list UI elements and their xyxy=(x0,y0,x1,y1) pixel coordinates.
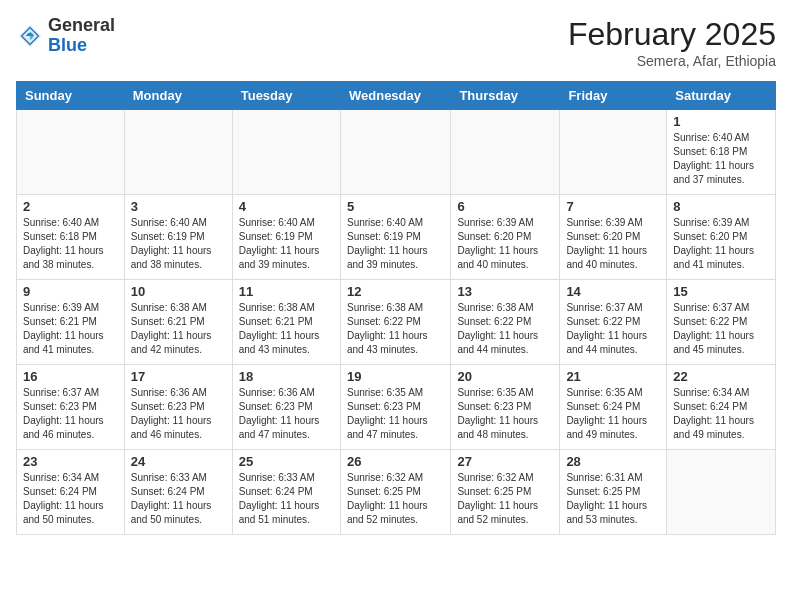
day-info: Sunrise: 6:36 AM Sunset: 6:23 PM Dayligh… xyxy=(131,386,226,442)
day-number: 28 xyxy=(566,454,660,469)
day-info: Sunrise: 6:35 AM Sunset: 6:23 PM Dayligh… xyxy=(347,386,444,442)
day-info: Sunrise: 6:39 AM Sunset: 6:21 PM Dayligh… xyxy=(23,301,118,357)
day-info: Sunrise: 6:32 AM Sunset: 6:25 PM Dayligh… xyxy=(347,471,444,527)
calendar-cell: 16Sunrise: 6:37 AM Sunset: 6:23 PM Dayli… xyxy=(17,365,125,450)
day-number: 19 xyxy=(347,369,444,384)
day-number: 16 xyxy=(23,369,118,384)
day-info: Sunrise: 6:37 AM Sunset: 6:22 PM Dayligh… xyxy=(566,301,660,357)
logo: General Blue xyxy=(16,16,115,56)
calendar-cell: 6Sunrise: 6:39 AM Sunset: 6:20 PM Daylig… xyxy=(451,195,560,280)
calendar-cell: 25Sunrise: 6:33 AM Sunset: 6:24 PM Dayli… xyxy=(232,450,340,535)
day-info: Sunrise: 6:40 AM Sunset: 6:18 PM Dayligh… xyxy=(23,216,118,272)
day-info: Sunrise: 6:35 AM Sunset: 6:24 PM Dayligh… xyxy=(566,386,660,442)
calendar-cell: 14Sunrise: 6:37 AM Sunset: 6:22 PM Dayli… xyxy=(560,280,667,365)
calendar-cell: 23Sunrise: 6:34 AM Sunset: 6:24 PM Dayli… xyxy=(17,450,125,535)
weekday-header-wednesday: Wednesday xyxy=(340,82,450,110)
week-row-3: 9Sunrise: 6:39 AM Sunset: 6:21 PM Daylig… xyxy=(17,280,776,365)
day-info: Sunrise: 6:32 AM Sunset: 6:25 PM Dayligh… xyxy=(457,471,553,527)
day-info: Sunrise: 6:40 AM Sunset: 6:19 PM Dayligh… xyxy=(131,216,226,272)
day-number: 27 xyxy=(457,454,553,469)
title-block: February 2025 Semera, Afar, Ethiopia xyxy=(568,16,776,69)
calendar-cell: 18Sunrise: 6:36 AM Sunset: 6:23 PM Dayli… xyxy=(232,365,340,450)
day-number: 22 xyxy=(673,369,769,384)
day-number: 4 xyxy=(239,199,334,214)
day-info: Sunrise: 6:40 AM Sunset: 6:18 PM Dayligh… xyxy=(673,131,769,187)
day-number: 25 xyxy=(239,454,334,469)
day-number: 3 xyxy=(131,199,226,214)
day-number: 24 xyxy=(131,454,226,469)
day-info: Sunrise: 6:37 AM Sunset: 6:23 PM Dayligh… xyxy=(23,386,118,442)
logo-text: General Blue xyxy=(48,16,115,56)
calendar-cell: 21Sunrise: 6:35 AM Sunset: 6:24 PM Dayli… xyxy=(560,365,667,450)
day-info: Sunrise: 6:36 AM Sunset: 6:23 PM Dayligh… xyxy=(239,386,334,442)
day-number: 23 xyxy=(23,454,118,469)
calendar-cell xyxy=(232,110,340,195)
calendar-cell xyxy=(667,450,776,535)
calendar-cell: 5Sunrise: 6:40 AM Sunset: 6:19 PM Daylig… xyxy=(340,195,450,280)
calendar-cell: 1Sunrise: 6:40 AM Sunset: 6:18 PM Daylig… xyxy=(667,110,776,195)
day-number: 8 xyxy=(673,199,769,214)
month-year: February 2025 xyxy=(568,16,776,53)
week-row-4: 16Sunrise: 6:37 AM Sunset: 6:23 PM Dayli… xyxy=(17,365,776,450)
calendar-cell: 19Sunrise: 6:35 AM Sunset: 6:23 PM Dayli… xyxy=(340,365,450,450)
calendar-cell: 26Sunrise: 6:32 AM Sunset: 6:25 PM Dayli… xyxy=(340,450,450,535)
day-number: 11 xyxy=(239,284,334,299)
calendar-cell xyxy=(451,110,560,195)
calendar-cell xyxy=(17,110,125,195)
calendar-cell: 22Sunrise: 6:34 AM Sunset: 6:24 PM Dayli… xyxy=(667,365,776,450)
calendar-cell: 7Sunrise: 6:39 AM Sunset: 6:20 PM Daylig… xyxy=(560,195,667,280)
day-number: 14 xyxy=(566,284,660,299)
day-number: 2 xyxy=(23,199,118,214)
calendar-cell xyxy=(124,110,232,195)
calendar-cell: 24Sunrise: 6:33 AM Sunset: 6:24 PM Dayli… xyxy=(124,450,232,535)
day-number: 26 xyxy=(347,454,444,469)
calendar-table: SundayMondayTuesdayWednesdayThursdayFrid… xyxy=(16,81,776,535)
day-info: Sunrise: 6:39 AM Sunset: 6:20 PM Dayligh… xyxy=(566,216,660,272)
week-row-5: 23Sunrise: 6:34 AM Sunset: 6:24 PM Dayli… xyxy=(17,450,776,535)
day-info: Sunrise: 6:38 AM Sunset: 6:22 PM Dayligh… xyxy=(347,301,444,357)
week-row-1: 1Sunrise: 6:40 AM Sunset: 6:18 PM Daylig… xyxy=(17,110,776,195)
weekday-header-thursday: Thursday xyxy=(451,82,560,110)
day-number: 10 xyxy=(131,284,226,299)
day-info: Sunrise: 6:39 AM Sunset: 6:20 PM Dayligh… xyxy=(457,216,553,272)
day-number: 20 xyxy=(457,369,553,384)
logo-general: General xyxy=(48,15,115,35)
day-info: Sunrise: 6:38 AM Sunset: 6:21 PM Dayligh… xyxy=(239,301,334,357)
calendar-cell: 3Sunrise: 6:40 AM Sunset: 6:19 PM Daylig… xyxy=(124,195,232,280)
week-row-2: 2Sunrise: 6:40 AM Sunset: 6:18 PM Daylig… xyxy=(17,195,776,280)
logo-icon xyxy=(16,22,44,50)
calendar-cell: 2Sunrise: 6:40 AM Sunset: 6:18 PM Daylig… xyxy=(17,195,125,280)
day-number: 17 xyxy=(131,369,226,384)
weekday-header-sunday: Sunday xyxy=(17,82,125,110)
page-header: General Blue February 2025 Semera, Afar,… xyxy=(16,16,776,69)
day-number: 13 xyxy=(457,284,553,299)
day-number: 5 xyxy=(347,199,444,214)
calendar-cell: 20Sunrise: 6:35 AM Sunset: 6:23 PM Dayli… xyxy=(451,365,560,450)
day-info: Sunrise: 6:33 AM Sunset: 6:24 PM Dayligh… xyxy=(239,471,334,527)
weekday-header-friday: Friday xyxy=(560,82,667,110)
logo-blue: Blue xyxy=(48,35,87,55)
calendar-cell: 15Sunrise: 6:37 AM Sunset: 6:22 PM Dayli… xyxy=(667,280,776,365)
day-info: Sunrise: 6:35 AM Sunset: 6:23 PM Dayligh… xyxy=(457,386,553,442)
day-info: Sunrise: 6:31 AM Sunset: 6:25 PM Dayligh… xyxy=(566,471,660,527)
day-info: Sunrise: 6:37 AM Sunset: 6:22 PM Dayligh… xyxy=(673,301,769,357)
calendar-cell xyxy=(560,110,667,195)
day-number: 12 xyxy=(347,284,444,299)
calendar-cell: 9Sunrise: 6:39 AM Sunset: 6:21 PM Daylig… xyxy=(17,280,125,365)
calendar-cell: 10Sunrise: 6:38 AM Sunset: 6:21 PM Dayli… xyxy=(124,280,232,365)
location: Semera, Afar, Ethiopia xyxy=(568,53,776,69)
calendar-cell: 27Sunrise: 6:32 AM Sunset: 6:25 PM Dayli… xyxy=(451,450,560,535)
day-number: 7 xyxy=(566,199,660,214)
calendar-cell xyxy=(340,110,450,195)
weekday-header-tuesday: Tuesday xyxy=(232,82,340,110)
calendar-cell: 12Sunrise: 6:38 AM Sunset: 6:22 PM Dayli… xyxy=(340,280,450,365)
calendar-cell: 13Sunrise: 6:38 AM Sunset: 6:22 PM Dayli… xyxy=(451,280,560,365)
day-info: Sunrise: 6:38 AM Sunset: 6:22 PM Dayligh… xyxy=(457,301,553,357)
calendar-cell: 11Sunrise: 6:38 AM Sunset: 6:21 PM Dayli… xyxy=(232,280,340,365)
day-number: 9 xyxy=(23,284,118,299)
day-number: 1 xyxy=(673,114,769,129)
calendar-cell: 28Sunrise: 6:31 AM Sunset: 6:25 PM Dayli… xyxy=(560,450,667,535)
weekday-header-monday: Monday xyxy=(124,82,232,110)
calendar-cell: 17Sunrise: 6:36 AM Sunset: 6:23 PM Dayli… xyxy=(124,365,232,450)
weekday-header-row: SundayMondayTuesdayWednesdayThursdayFrid… xyxy=(17,82,776,110)
